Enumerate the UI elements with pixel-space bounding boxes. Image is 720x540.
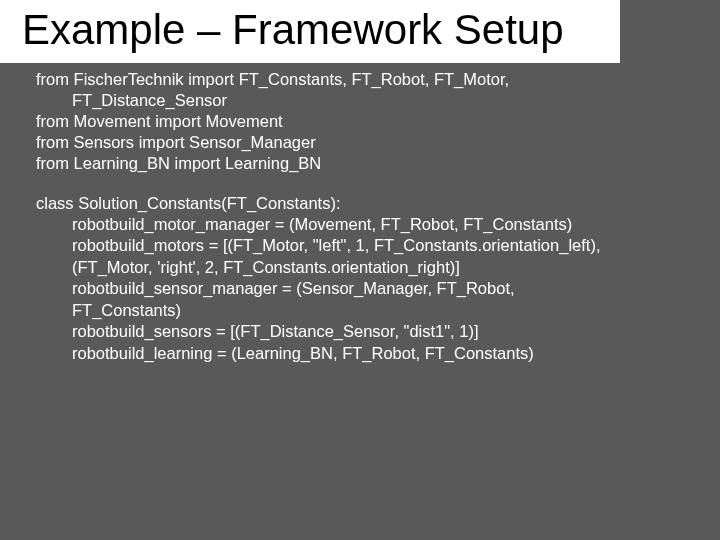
import-line-2: from Movement import Movement	[36, 111, 698, 132]
class-body-4: robotbuild_sensor_manager = (Sensor_Mana…	[36, 278, 698, 299]
import-line-1a: from FischerTechnik import FT_Constants,…	[36, 70, 509, 88]
class-body-1: robotbuild_motor_manager = (Movement, FT…	[36, 214, 698, 235]
slide-body: from FischerTechnik import FT_Constants,…	[0, 63, 720, 376]
class-body-7: robotbuild_learning = (Learning_BN, FT_R…	[36, 343, 698, 364]
class-def: class Solution_Constants(FT_Constants):	[36, 193, 698, 214]
import-line-3: from Sensors import Sensor_Manager	[36, 132, 698, 153]
import-line-1b: FT_Distance_Sensor	[36, 90, 698, 111]
class-body-5: FT_Constants)	[36, 300, 698, 321]
import-line-4: from Learning_BN import Learning_BN	[36, 153, 698, 174]
class-body-6: robotbuild_sensors = [(FT_Distance_Senso…	[36, 321, 698, 342]
class-body-3: (FT_Motor, 'right', 2, FT_Constants.orie…	[36, 257, 698, 278]
class-body-2: robotbuild_motors = [(FT_Motor, "left", …	[36, 235, 698, 256]
slide-title: Example – Framework Setup	[22, 6, 598, 53]
